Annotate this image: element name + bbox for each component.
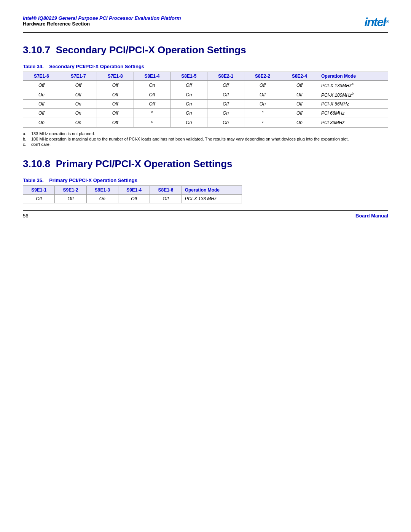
table34-footnotes: a. 133 MHz operation is not planned. b. … [23, 131, 388, 147]
footnote-a: a. 133 MHz operation is not planned. [23, 131, 388, 136]
table34-header-row: S7E1-6 S7E1-7 S7E1-8 S8E1-4 S8E1-5 S8E2-… [23, 72, 388, 81]
header-subtitle: Hardware Reference Section [23, 21, 181, 27]
intel-logo: intel® [364, 15, 388, 29]
table34-col-s7e16: S7E1-6 [23, 72, 60, 81]
section-3107-heading: 3.10.7 Secondary PCI/PCI-X Operation Set… [23, 44, 388, 56]
table35-label-text: Primary PCI/PCI-X Operation Settings [49, 177, 137, 183]
table-row: Off Off Off On Off Off Off Off PCI-X 133… [23, 81, 388, 90]
header-text: Intel® IQ80219 General Purpose PCI Proce… [23, 15, 181, 27]
table34: S7E1-6 S7E1-7 S7E1-8 S8E1-4 S8E1-5 S8E2-… [23, 72, 388, 128]
table35-col-s9e11: S9E1-1 [23, 186, 55, 195]
section-3107-title: Secondary PCI/PCI-X Operation Settings [56, 44, 246, 56]
table35-col-s9e12: S9E1-2 [55, 186, 86, 195]
page-container: Intel® IQ80219 General Purpose PCI Proce… [0, 0, 411, 230]
table34-col-s8e24: S8E2-4 [281, 72, 318, 81]
footer-manual: Board Manual [355, 213, 388, 219]
table34-col-opmode: Operation Mode [318, 72, 388, 81]
section-3108-heading: 3.10.8 Primary PCI/PCI-X Operation Setti… [23, 158, 388, 170]
table34-label: Table 34. Secondary PCI/PCI-X Operation … [23, 64, 388, 69]
page-number: 56 [23, 213, 28, 219]
header-title: Intel® IQ80219 General Purpose PCI Proce… [23, 15, 181, 21]
table35-label-num: Table 35. [23, 177, 44, 183]
page-header: Intel® IQ80219 General Purpose PCI Proce… [23, 15, 388, 33]
table35-label: Table 35. Primary PCI/PCI-X Operation Se… [23, 177, 388, 183]
section-3108-number: 3.10.8 [23, 158, 50, 169]
table-row: On Off Off Off On Off Off Off PCI-X 100M… [23, 90, 388, 100]
table35-col-opmode: Operation Mode [182, 186, 242, 195]
table34-col-s7e17: S7E1-7 [60, 72, 97, 81]
footnote-b: b. 100 MHz operation is marginal due to … [23, 137, 388, 141]
table35: S9E1-1 S9E1-2 S9E1-3 S9E1-4 S8E1-6 Opera… [23, 185, 242, 203]
table34-col-s8e21: S8E2-1 [207, 72, 244, 81]
table34-col-s8e14: S8E1-4 [134, 72, 170, 81]
table35-header-row: S9E1-1 S9E1-2 S9E1-3 S9E1-4 S8E1-6 Opera… [23, 186, 242, 195]
table34-col-s8e15: S8E1-5 [170, 72, 207, 81]
table34-label-num: Table 34. [23, 64, 44, 69]
table-row: On On Off c On On c On PCI 33MHz [23, 118, 388, 128]
table35-col-s9e13: S9E1-3 [86, 186, 118, 195]
table34-col-s8e22: S8E2-2 [244, 72, 281, 81]
table-row: Off On Off c On On c Off PCI 66MHz [23, 109, 388, 118]
table34-label-text: Secondary PCI/PCI-X Operation Settings [49, 64, 144, 69]
footnote-c: c. don't care. [23, 142, 388, 147]
table35-col-s8e16: S8E1-6 [150, 186, 182, 195]
section-3108-title: Primary PCI/PCI-X Operation Settings [56, 158, 233, 169]
table-row: Off Off On Off Off PCI-X 133 MHz [23, 195, 242, 203]
page-footer: 56 Board Manual [23, 210, 388, 219]
table34-col-s7e18: S7E1-8 [97, 72, 134, 81]
section-3107-number: 3.10.7 [23, 44, 50, 56]
table-row: Off On Off Off On Off On Off PCI-X 66MHz [23, 100, 388, 109]
table35-col-s9e14: S9E1-4 [118, 186, 150, 195]
